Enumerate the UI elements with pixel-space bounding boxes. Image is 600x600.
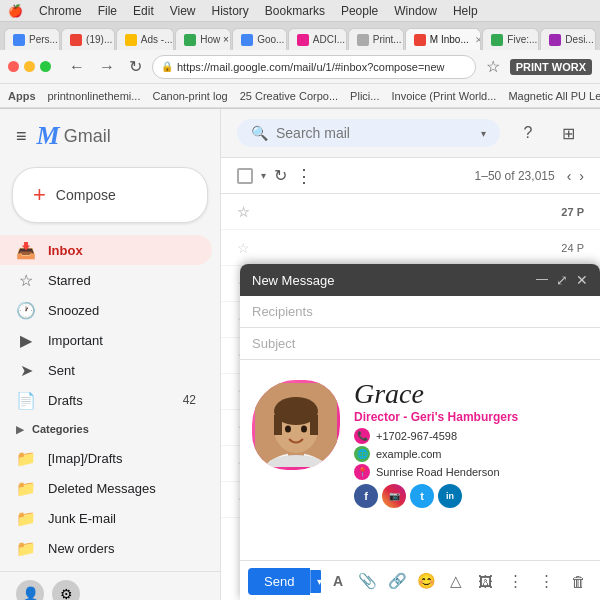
bookmark-0[interactable]: printnonlinethemi... [48,90,141,102]
facebook-social-icon[interactable]: f [354,484,378,508]
sidebar-item-junk[interactable]: 📁 Junk E-mail [0,503,212,533]
browser-tab-4[interactable]: Goo... [232,28,287,50]
menu-help[interactable]: Help [453,4,478,18]
traffic-light-yellow[interactable] [24,61,35,72]
tab-favicon [241,34,253,46]
menu-history[interactable]: History [212,4,249,18]
refresh-button[interactable]: ↻ [125,55,146,78]
attach-file-button[interactable]: 📎 [355,567,381,595]
account-icon[interactable]: 👤 [16,580,44,600]
prev-page-button[interactable]: ‹ [567,168,572,184]
bookmark-2[interactable]: 25 Creative Corpo... [240,90,338,102]
bookmark-4[interactable]: Invoice (Print World... [391,90,496,102]
settings-small-icon[interactable]: ⚙ [52,580,80,600]
menu-file[interactable]: File [98,4,117,18]
email-row[interactable]: ☆ 24 P [221,230,600,266]
bookmark-1[interactable]: Canon-print log [152,90,227,102]
tab-favicon [549,34,561,46]
bookmarks-bar: Apps printnonlinethemi... Canon-print lo… [0,84,600,108]
send-options-button[interactable]: ▾ [310,570,321,593]
hamburger-icon[interactable]: ≡ [16,126,27,147]
insert-drive-button[interactable]: △ [443,567,469,595]
address-bar[interactable]: 🔒 https://mail.google.com/mail/u/1/#inbo… [152,55,476,79]
svg-rect-5 [274,415,282,435]
browser-tab-3[interactable]: How × [175,28,231,50]
send-button[interactable]: Send [248,568,310,595]
menu-window[interactable]: Window [394,4,437,18]
star-button[interactable]: ☆ [237,204,250,220]
compose-header-icons: — ⤢ ✕ [536,272,588,288]
email-toolbar: ▾ ↻ ⋮ 1–50 of 23,015 ‹ › [221,158,600,194]
browser-tab-2[interactable]: Ads -... [116,28,174,50]
tab-close-7[interactable]: ✕ [475,35,482,45]
deleted-folder-icon: 📁 [16,479,36,498]
traffic-light-green[interactable] [40,61,51,72]
browser-tab-1[interactable]: (19)... [61,28,115,50]
forward-button[interactable]: → [95,56,119,78]
format-text-button[interactable]: A [325,567,351,595]
sidebar-item-imap-drafts[interactable]: 📁 [Imap]/Drafts [0,443,212,473]
compose-close-icon[interactable]: ✕ [576,272,588,288]
subject-field[interactable]: Subject [240,328,600,360]
star-button[interactable]: ☆ [237,240,250,256]
compose-minimize-icon[interactable]: — [536,272,548,288]
recipients-field[interactable]: Recipients [240,296,600,328]
browser-tab-7[interactable]: M Inbo... ✕ [405,28,481,50]
traffic-light-red[interactable] [8,61,19,72]
categories-section[interactable]: ▶ Categories [0,415,220,443]
apple-menu[interactable]: 🍎 [8,4,23,18]
sent-icon: ➤ [16,361,36,380]
compose-expand-icon[interactable]: ⤢ [556,272,568,288]
sidebar-item-drafts[interactable]: 📄 Drafts 42 [0,385,212,415]
refresh-emails-button[interactable]: ↻ [274,166,287,185]
email-signature: Grace Director - Geri's Hamburgers 📞 +17… [252,376,588,512]
sidebar-item-inbox[interactable]: 📥 Inbox [0,235,212,265]
insert-photo-button[interactable]: 🖼 [473,567,499,595]
apps-grid-button[interactable]: ⊞ [552,117,584,149]
browser-tab-8[interactable]: Five:... [482,28,539,50]
linkedin-social-icon[interactable]: in [438,484,462,508]
star-icon: ☆ [16,271,36,290]
menu-people[interactable]: People [341,4,378,18]
search-dropdown-arrow[interactable]: ▾ [481,128,486,139]
sidebar-item-sent[interactable]: ➤ Sent [0,355,212,385]
recipients-placeholder: Recipients [252,304,313,319]
bookmark-3[interactable]: Plici... [350,90,379,102]
menu-chrome[interactable]: Chrome [39,4,82,18]
more-options-compose-button[interactable]: ⋮ [502,567,528,595]
back-button[interactable]: ← [65,56,89,78]
browser-tab-9[interactable]: Desi... [540,28,596,50]
bookmarks-star[interactable]: ☆ [482,55,504,78]
search-bar[interactable]: 🔍 ▾ [237,119,500,147]
help-button[interactable]: ? [512,117,544,149]
compose-header[interactable]: New Message — ⤢ ✕ [240,264,600,296]
twitter-social-icon[interactable]: t [410,484,434,508]
more-compose-tools-button[interactable]: ⋮ [532,567,560,595]
instagram-social-icon[interactable]: 📷 [382,484,406,508]
menu-bookmarks[interactable]: Bookmarks [265,4,325,18]
next-page-button[interactable]: › [579,168,584,184]
sidebar-item-starred[interactable]: ☆ Starred [0,265,212,295]
browser-tab-5[interactable]: ADCI... [288,28,347,50]
browser-tab-0[interactable]: Pers... [4,28,60,50]
select-dropdown[interactable]: ▾ [261,170,266,181]
select-all-checkbox[interactable] [237,168,253,184]
more-options-button[interactable]: ⋮ [295,165,313,187]
menu-edit[interactable]: Edit [133,4,154,18]
insert-emoji-button[interactable]: 😊 [414,567,440,595]
signature-info: Grace Director - Geri's Hamburgers 📞 +17… [354,380,588,508]
compose-button[interactable]: + Compose [12,167,208,223]
sidebar-item-deleted[interactable]: 📁 Deleted Messages [0,473,212,503]
menu-view[interactable]: View [170,4,196,18]
sidebar-item-snoozed[interactable]: 🕐 Snoozed [0,295,212,325]
delete-draft-button[interactable]: 🗑 [564,567,592,595]
bookmark-5[interactable]: Magnetic All PU Le... [508,90,600,102]
search-input[interactable] [276,125,473,141]
email-row[interactable]: ☆ 27 P [221,194,600,230]
sidebar-item-new-orders[interactable]: 📁 New orders [0,533,212,563]
insert-link-button[interactable]: 🔗 [384,567,410,595]
signature-website-row: 🌐 example.com [354,446,588,462]
compose-body[interactable]: Grace Director - Geri's Hamburgers 📞 +17… [240,360,600,560]
browser-tab-6[interactable]: Print... [348,28,404,50]
sidebar-item-important[interactable]: ▶ Important [0,325,212,355]
